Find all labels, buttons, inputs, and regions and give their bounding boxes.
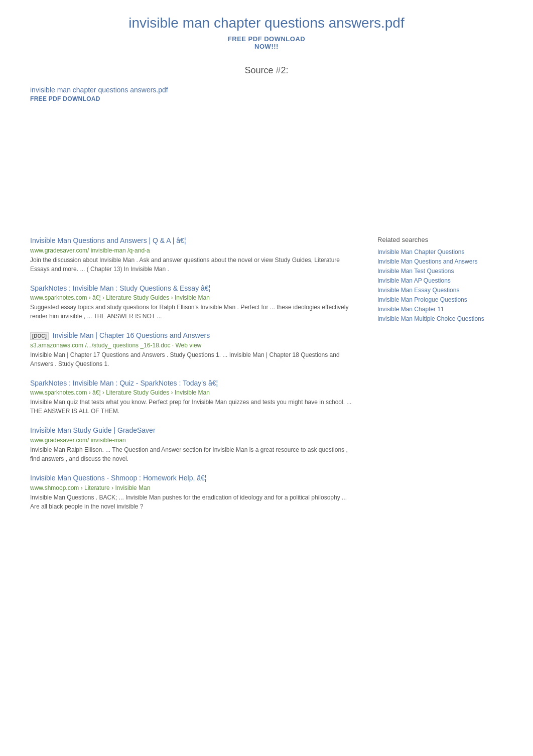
source-link-subtitle: FREE PDF DOWNLOAD — [30, 95, 100, 102]
page-wrapper: invisible man chapter questions answers.… — [0, 0, 533, 541]
related-item-6[interactable]: Invisible Man Prologue Questions — [377, 296, 503, 303]
spacer — [30, 105, 503, 236]
related-item-8[interactable]: Invisible Man Multiple Choice Questions — [377, 315, 503, 322]
result-title-3[interactable]: [DOC] Invisible Man | Chapter 16 Questio… — [30, 331, 357, 341]
free-pdf-label: FREE PDF DOWNLOAD — [30, 35, 503, 43]
result-url-6[interactable]: www.shmoop.com › Literature › Invisible … — [30, 484, 357, 491]
result-title-4[interactable]: SparkNotes : Invisible Man : Quiz - Spar… — [30, 379, 357, 389]
result-title-1[interactable]: Invisible Man Questions and Answers | Q … — [30, 236, 357, 246]
related-item-2[interactable]: Invisible Man Questions and Answers — [377, 258, 503, 265]
result-url-2[interactable]: www.sparknotes.com › â€¦ › Literature St… — [30, 294, 357, 301]
related-item-7[interactable]: Invisible Man Chapter 11 — [377, 306, 503, 313]
result-item-1: Invisible Man Questions and Answers | Q … — [30, 236, 357, 274]
result-item-4: SparkNotes : Invisible Man : Quiz - Spar… — [30, 379, 357, 416]
result-desc-3: Invisible Man | Chapter 17 Questions and… — [30, 351, 340, 367]
search-results-area: Invisible Man Questions and Answers | Q … — [30, 236, 503, 521]
source-section: Source #2: — [30, 65, 503, 76]
related-item-4[interactable]: Invisible Man AP Questions — [377, 277, 503, 284]
right-sidebar: Related searches Invisible Man Chapter Q… — [377, 236, 503, 521]
result-url-4[interactable]: www.sparknotes.com › â€¦ › Literature St… — [30, 389, 357, 396]
result-item-5: Invisible Man Study Guide | GradeSaver w… — [30, 426, 357, 463]
result-desc-1: Join the discussion about Invisible Man … — [30, 257, 340, 273]
source-label: Source #2: — [244, 65, 288, 75]
result-desc-5: Invisible Man Ralph Ellison. ... The Que… — [30, 446, 348, 462]
result-item-3: [DOC] Invisible Man | Chapter 16 Questio… — [30, 331, 357, 368]
result-tag-3: [DOC] — [30, 332, 49, 340]
result-title-2[interactable]: SparkNotes : Invisible Man : Study Quest… — [30, 284, 357, 294]
result-desc-6: Invisible Man Questions . BACK; ... Invi… — [30, 494, 347, 510]
result-item-2: SparkNotes : Invisible Man : Study Quest… — [30, 284, 357, 321]
source-link-title[interactable]: invisible man chapter questions answers.… — [30, 86, 503, 94]
left-results: Invisible Man Questions and Answers | Q … — [30, 236, 357, 521]
related-item-5[interactable]: Invisible Man Essay Questions — [377, 287, 503, 294]
result-url-3[interactable]: s3.amazonaws.com /.../study_ questions _… — [30, 342, 357, 349]
related-item-3[interactable]: Invisible Man Test Questions — [377, 268, 503, 275]
result-item-6: Invisible Man Questions - Shmoop : Homew… — [30, 473, 357, 511]
result-url-1[interactable]: www.gradesaver.com/ invisible-man /q-and… — [30, 247, 357, 254]
result-desc-2: Suggested essay topics and study questio… — [30, 304, 348, 320]
now-label: NOW!!! — [30, 43, 503, 50]
related-item-1[interactable]: Invisible Man Chapter Questions — [377, 248, 503, 256]
main-title: invisible man chapter questions answers.… — [30, 15, 503, 31]
result-desc-4: Invisible Man quiz that tests what you k… — [30, 399, 351, 415]
related-searches-title: Related searches — [377, 236, 503, 243]
result-title-5[interactable]: Invisible Man Study Guide | GradeSaver — [30, 426, 357, 436]
header-section: invisible man chapter questions answers.… — [30, 15, 503, 50]
result-title-6[interactable]: Invisible Man Questions - Shmoop : Homew… — [30, 473, 357, 483]
source-link-block: invisible man chapter questions answers.… — [30, 86, 503, 102]
result-url-5[interactable]: www.gradesaver.com/ invisible-man — [30, 437, 357, 444]
